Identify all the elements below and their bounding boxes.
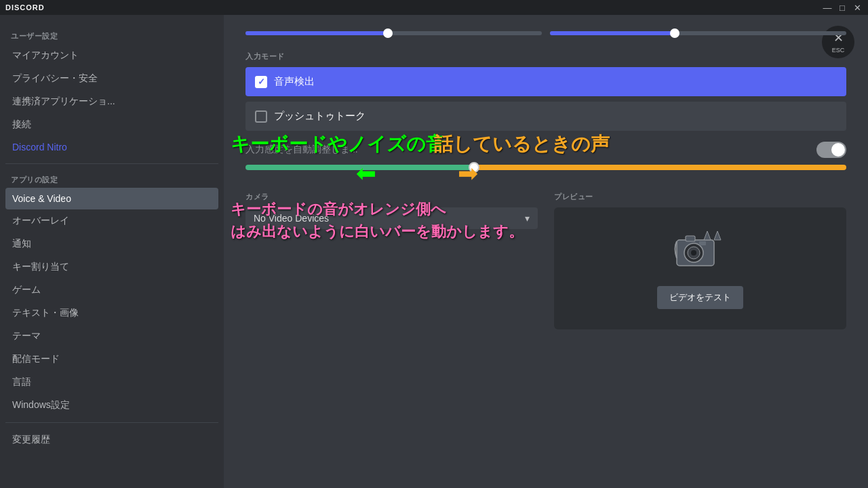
camera-select-value: No Video Devices (254, 213, 329, 224)
input-volume-slider[interactable] (245, 31, 542, 35)
sidebar: ユーザー設定 マイアカウント プライバシー・安全 連携済アプリケーショ... 接… (0, 15, 224, 488)
camera-select[interactable]: No Video Devices ▾ (245, 207, 538, 229)
sidebar-divider-2 (5, 422, 218, 423)
sidebar-item-discord-nitro[interactable]: Discord Nitro (5, 136, 218, 158)
sidebar-item-streaming[interactable]: 配信モード (5, 348, 218, 371)
sidebar-divider (5, 163, 218, 164)
sensitivity-slider[interactable] (245, 165, 846, 170)
window-controls: — □ ✕ (822, 2, 863, 13)
maximize-button[interactable]: □ (837, 2, 848, 13)
content-area: ✕ ESC 入力モード ✓ 音声検出 プッシュトゥトーク (224, 15, 868, 488)
svg-point-3 (691, 250, 696, 256)
voice-detection-option[interactable]: ✓ 音声検出 (245, 67, 846, 96)
sidebar-item-connected-apps[interactable]: 連携済アプリケーショ... (5, 90, 218, 113)
sidebar-item-language[interactable]: 言語 (5, 371, 218, 394)
voice-detection-label: 音声検出 (274, 75, 315, 88)
push-to-talk-label: プッシュトゥトーク (274, 110, 366, 123)
camera-label: カメラ (245, 192, 538, 202)
sidebar-item-keybinds[interactable]: キー割り当て (5, 256, 218, 279)
preview-label: プレビュー (554, 192, 846, 202)
push-to-talk-option[interactable]: プッシュトゥトーク (245, 102, 846, 131)
svg-marker-6 (704, 231, 711, 240)
toggle-knob (831, 143, 845, 157)
svg-rect-5 (699, 241, 706, 245)
top-sliders (245, 31, 846, 35)
auto-adjust-toggle[interactable] (816, 142, 846, 158)
svg-marker-7 (714, 231, 721, 240)
auto-adjust-row: 入力感度を自動調整しま... (245, 142, 846, 158)
sensitivity-green-fill (245, 165, 474, 170)
input-mode-label: 入力モード (245, 52, 846, 62)
arrow-green-icon: ➡ (356, 159, 376, 188)
camera-preview-row: カメラ No Video Devices ▾ プレビュー (245, 192, 846, 329)
sidebar-item-my-account[interactable]: マイアカウント (5, 44, 218, 67)
esc-label: ESC (832, 47, 845, 54)
camera-preview-icon (673, 228, 728, 277)
sidebar-item-overlay[interactable]: オーバーレイ (5, 209, 218, 232)
voice-detection-checkbox[interactable]: ✓ (255, 76, 267, 88)
output-volume-slider[interactable] (550, 31, 846, 35)
user-settings-label: ユーザー設定 (5, 26, 218, 44)
app-body: ユーザー設定 マイアカウント プライバシー・安全 連携済アプリケーショ... 接… (0, 15, 868, 488)
svg-rect-4 (686, 236, 695, 241)
sidebar-item-connections[interactable]: 接続 (5, 113, 218, 136)
push-to-talk-checkbox[interactable] (255, 110, 267, 123)
check-icon: ✓ (258, 77, 265, 87)
sidebar-item-text-images[interactable]: テキスト・画像 (5, 302, 218, 325)
sidebar-item-games[interactable]: ゲーム (5, 279, 218, 302)
camera-section: カメラ No Video Devices ▾ (245, 192, 538, 329)
chevron-down-icon: ▾ (525, 213, 530, 224)
sidebar-item-windows[interactable]: Windows設定 (5, 394, 218, 417)
sidebar-item-theme[interactable]: テーマ (5, 325, 218, 348)
close-button[interactable]: ✕ (852, 2, 863, 13)
preview-section: プレビュー (554, 192, 846, 329)
auto-adjust-label: 入力感度を自動調整しま... (245, 144, 358, 156)
sensitivity-orange-fill (474, 165, 846, 170)
title-bar: DISCORD — □ ✕ (0, 0, 868, 15)
sidebar-item-notifications[interactable]: 通知 (5, 232, 218, 256)
sensitivity-thumb[interactable] (469, 162, 479, 173)
sidebar-item-privacy-safety[interactable]: プライバシー・安全 (5, 67, 218, 90)
minimize-button[interactable]: — (822, 2, 833, 13)
app-settings-label: アプリの設定 (5, 169, 218, 188)
app-logo: DISCORD (5, 3, 45, 12)
preview-box: ビデオをテスト (554, 207, 846, 329)
sidebar-item-history[interactable]: 変更履歴 (5, 428, 218, 451)
test-video-button[interactable]: ビデオをテスト (657, 286, 743, 309)
sidebar-item-voice-video[interactable]: Voice & Video (5, 188, 218, 209)
